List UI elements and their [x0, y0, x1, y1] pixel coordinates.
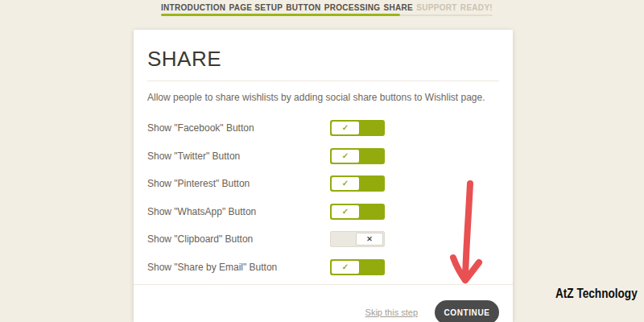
toggle-label: Show "WhatsApp" Button	[147, 206, 330, 217]
toggle-knob: ✓✕	[332, 261, 359, 274]
setup-wizard-page: INTRODUCTION PAGE SETUP BUTTON PROCESSIN…	[0, 0, 644, 322]
share-settings-card: SHARE Allow people to share wishlists by…	[134, 30, 513, 322]
toggle-knob: ✓✕	[356, 233, 383, 246]
page-title: SHARE	[147, 47, 499, 72]
toggle-label: Show "Facebook" Button	[147, 122, 330, 134]
skip-step-link[interactable]: Skip this step	[365, 308, 418, 317]
nav-remaining-underline	[400, 14, 493, 16]
nav-step-introduction[interactable]: INTRODUCTION	[161, 3, 225, 12]
check-icon: ✓	[342, 124, 349, 132]
nav-step-support[interactable]: SUPPORT	[416, 3, 456, 12]
toggle-knob: ✓✕	[332, 205, 359, 218]
check-icon: ✓	[342, 152, 349, 160]
footer-actions: Skip this step CONTINUE	[147, 300, 499, 322]
toggle-label: Show "Pinterest" Button	[147, 178, 330, 189]
nav-step-page-setup[interactable]: PAGE SETUP	[229, 3, 283, 12]
check-icon: ✓	[342, 180, 349, 188]
check-icon: ✓	[342, 208, 349, 216]
title-divider	[147, 80, 499, 81]
toggle-show-pinterest[interactable]: ✓✕	[330, 175, 385, 192]
watermark-text: AtZ Technology	[555, 286, 638, 302]
footer-divider	[134, 284, 513, 285]
nav-progress-underline	[161, 14, 400, 16]
nav-step-share[interactable]: SHARE	[384, 3, 414, 12]
nav-step-ready[interactable]: READY!	[460, 3, 493, 12]
toggle-label: Show "Share by Email" Button	[147, 262, 330, 273]
continue-button[interactable]: CONTINUE	[435, 300, 499, 322]
share-description: Allow people to share wishlists by addin…	[147, 92, 499, 103]
toggle-show-clipboard[interactable]: ✓✕	[330, 231, 385, 247]
toggle-label: Show "Twitter" Button	[147, 151, 330, 162]
nav-step-processing[interactable]: PROCESSING	[324, 3, 381, 12]
toggle-label: Show "Clipboard" Button	[147, 233, 330, 245]
toggle-row-clipboard: Show "Clipboard" Button ✓✕	[147, 225, 499, 254]
toggle-show-whatsapp[interactable]: ✓✕	[330, 204, 385, 220]
check-icon: ✓	[342, 263, 349, 271]
nav-step-button[interactable]: BUTTON	[286, 3, 320, 12]
toggle-show-facebook[interactable]: ✓✕	[330, 120, 385, 136]
toggle-knob: ✓✕	[332, 122, 359, 134]
toggle-knob: ✓✕	[332, 177, 359, 190]
toggle-row-whatsapp: Show "WhatsApp" Button ✓✕	[147, 198, 499, 226]
toggle-row-pinterest: Show "Pinterest" Button ✓✕	[147, 170, 499, 198]
wizard-steps-nav: INTRODUCTION PAGE SETUP BUTTON PROCESSIN…	[161, 3, 493, 12]
toggle-knob: ✓✕	[332, 150, 359, 163]
toggle-show-twitter[interactable]: ✓✕	[330, 148, 385, 164]
toggle-rows: Show "Facebook" Button ✓✕ Show "Twitter"…	[147, 114, 499, 281]
toggle-row-share-by-email: Show "Share by Email" Button ✓✕	[147, 254, 499, 282]
x-icon: ✕	[366, 236, 373, 243]
toggle-row-facebook: Show "Facebook" Button ✓✕	[147, 114, 499, 142]
toggle-row-twitter: Show "Twitter" Button ✓✕	[147, 142, 499, 171]
toggle-show-share-by-email[interactable]: ✓✕	[330, 259, 385, 275]
